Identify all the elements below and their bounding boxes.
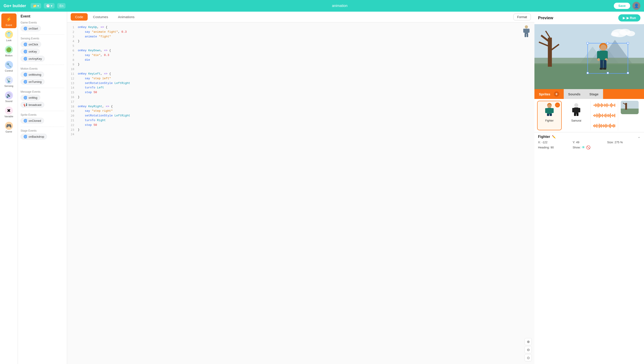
zoom-out-button[interactable]: ⊖ bbox=[524, 346, 532, 353]
right-panel: Preview ▶ ▶ Run bbox=[534, 12, 644, 364]
svg-rect-39 bbox=[603, 68, 606, 70]
show-eye-icon[interactable]: 👁 bbox=[582, 145, 585, 149]
sidebar-item-game[interactable]: 🎮 Game bbox=[1, 120, 16, 135]
svg-point-0 bbox=[525, 25, 528, 29]
broadcast-icon: 📢 bbox=[24, 103, 27, 107]
event-tag-onclick[interactable]: 🌀 onClick bbox=[20, 41, 41, 47]
event-tag-onanykey[interactable]: 🌀 onAnyKey bbox=[20, 56, 45, 62]
svg-rect-1 bbox=[524, 29, 528, 34]
svg-rect-25 bbox=[587, 72, 588, 74]
show-label: Show: bbox=[573, 146, 581, 149]
sidebar-item-label-game: Game bbox=[6, 130, 12, 133]
code-content[interactable]: onKey KeyUp, => { say "animate fight", 0… bbox=[76, 22, 534, 364]
event-tag-onkey[interactable]: 🌀 onKey bbox=[20, 49, 40, 54]
sidebar-item-sensing[interactable]: 📡 Sensing bbox=[1, 74, 16, 89]
samurai-icon bbox=[570, 103, 582, 118]
svg-rect-5 bbox=[526, 34, 528, 37]
fighter-icon bbox=[543, 103, 556, 118]
line-numbers: 123456789101112131415161718192021222324 bbox=[67, 22, 76, 364]
history-menu-button[interactable]: 🕐 ▾ bbox=[44, 3, 54, 9]
fighter-info: Fighter ✏️ ⌄ X: -122 Y: 49 Size: bbox=[534, 132, 644, 152]
sidebar-item-label-look: Look bbox=[6, 39, 12, 42]
stage-column bbox=[618, 101, 641, 130]
file-menu-button[interactable]: 📁 ▾ bbox=[31, 3, 41, 9]
onclick-icon: 🌀 bbox=[24, 43, 27, 46]
event-tag-onstart[interactable]: 🌀 onStart bbox=[20, 26, 41, 31]
sidebar-item-event[interactable]: ⚡ Event bbox=[1, 14, 16, 28]
svg-rect-22 bbox=[587, 42, 588, 44]
sprite-menu-button[interactable]: ··· bbox=[555, 103, 560, 107]
waveform-3 bbox=[593, 121, 615, 130]
event-tag-onmsg[interactable]: 🌀 onMsg bbox=[20, 95, 40, 101]
motion-icon: 🟢 bbox=[5, 46, 13, 54]
tab-sounds[interactable]: Sounds bbox=[564, 89, 585, 99]
svg-rect-14 bbox=[534, 63, 644, 89]
svg-rect-47 bbox=[550, 114, 552, 116]
sidebar-item-sound[interactable]: 🔊 Sound bbox=[1, 90, 16, 104]
topbar: Go+ builder 📁 ▾ 🕐 ▾ En animation Save 👤 bbox=[0, 0, 644, 12]
waveform-1 bbox=[593, 101, 615, 110]
fighter-info-grid: X: -122 Y: 49 Size: 275 % Heading: 90 bbox=[538, 141, 640, 149]
code-area: Code Costumes Animations Format 12345678… bbox=[67, 12, 534, 364]
sidebar-item-control[interactable]: 🔧 Control bbox=[1, 59, 16, 74]
tab-code[interactable]: Code bbox=[71, 13, 88, 21]
stage-thumbnail[interactable] bbox=[621, 101, 639, 114]
sidebar-item-label-motion: Motion bbox=[5, 54, 12, 57]
svg-point-42 bbox=[548, 104, 552, 108]
run-button[interactable]: ▶ ▶ Run bbox=[618, 14, 640, 22]
fighter-info-header: Fighter ✏️ ⌄ bbox=[538, 134, 640, 139]
run-label: ▶ Run bbox=[626, 16, 636, 20]
sensing-icon: 📡 bbox=[5, 76, 13, 84]
sidebar-item-label-event: Event bbox=[6, 24, 12, 27]
sprite-card-samurai[interactable]: Samurai bbox=[564, 101, 588, 130]
sound-icon: 🔊 bbox=[5, 91, 13, 99]
oncloned-label: onCloned bbox=[28, 119, 41, 122]
user-avatar[interactable]: 👤 bbox=[632, 2, 640, 10]
stage-events-title: Stage Events bbox=[20, 129, 64, 132]
event-icon: ⚡ bbox=[5, 15, 13, 23]
svg-rect-46 bbox=[547, 114, 549, 116]
zoom-controls: ⊕ ⊖ ⊙ bbox=[524, 338, 532, 361]
onbackdrop-icon: 🌀 bbox=[24, 135, 27, 138]
language-button[interactable]: En bbox=[57, 3, 66, 9]
main-layout: ⚡ Event 👕 Look 🟢 Motion 🔧 Control 📡 Sens… bbox=[0, 12, 644, 364]
fighter-collapse-icon[interactable]: ⌄ bbox=[638, 134, 640, 139]
event-tag-broadcast[interactable]: 📢 broadcast bbox=[20, 102, 44, 108]
tab-costumes[interactable]: Costumes bbox=[88, 13, 113, 21]
save-button[interactable]: Save bbox=[614, 3, 630, 9]
add-sprite-icon[interactable]: + bbox=[554, 91, 559, 97]
tab-animations[interactable]: Animations bbox=[113, 13, 139, 21]
event-tag-oncloned[interactable]: 🌀 onCloned bbox=[20, 118, 44, 124]
message-events-title: Message Events bbox=[20, 90, 64, 93]
sprites-tabs: Sprites + Sounds Stage bbox=[534, 89, 644, 99]
tab-stage[interactable]: Stage bbox=[585, 89, 603, 99]
onturning-label: onTurning bbox=[28, 80, 42, 84]
svg-point-10 bbox=[611, 32, 619, 37]
onmoving-label: onMoving bbox=[28, 73, 41, 76]
event-tag-onturning[interactable]: 🌀 onTurning bbox=[20, 79, 44, 85]
sprite-events-title: Sprite Events bbox=[20, 113, 64, 116]
sidebar-item-variable[interactable]: ✖ Variable bbox=[1, 105, 16, 120]
events-panel: Event Game Events 🌀 onStart Sensing Even… bbox=[18, 12, 67, 364]
sidebar-item-label-sound: Sound bbox=[5, 100, 12, 103]
event-tag-onbackdrop[interactable]: 🌀 onBackdrop bbox=[20, 134, 47, 139]
code-editor[interactable]: 123456789101112131415161718192021222324 … bbox=[67, 22, 534, 364]
sprite-card-fighter[interactable]: ··· bbox=[537, 101, 562, 130]
look-icon: 👕 bbox=[5, 31, 13, 39]
format-button[interactable]: Format bbox=[514, 14, 531, 20]
hide-eye-icon[interactable]: 🚫 bbox=[586, 145, 590, 149]
svg-point-9 bbox=[626, 31, 635, 36]
tab-sprites[interactable]: Sprites + bbox=[534, 89, 564, 99]
fighter-edit-icon[interactable]: ✏️ bbox=[552, 135, 556, 139]
zoom-in-button[interactable]: ⊕ bbox=[524, 338, 532, 345]
svg-point-48 bbox=[574, 103, 578, 107]
svg-rect-49 bbox=[574, 107, 578, 114]
zoom-reset-button[interactable]: ⊙ bbox=[524, 354, 532, 361]
sidebar-item-look[interactable]: 👕 Look bbox=[1, 29, 16, 43]
svg-rect-27 bbox=[607, 72, 609, 74]
event-tag-onmoving[interactable]: 🌀 onMoving bbox=[20, 72, 44, 77]
svg-rect-37 bbox=[604, 60, 606, 69]
svg-rect-50 bbox=[572, 108, 574, 112]
sidebar-item-motion[interactable]: 🟢 Motion bbox=[1, 44, 16, 59]
stage-tab-label: Stage bbox=[590, 92, 598, 96]
